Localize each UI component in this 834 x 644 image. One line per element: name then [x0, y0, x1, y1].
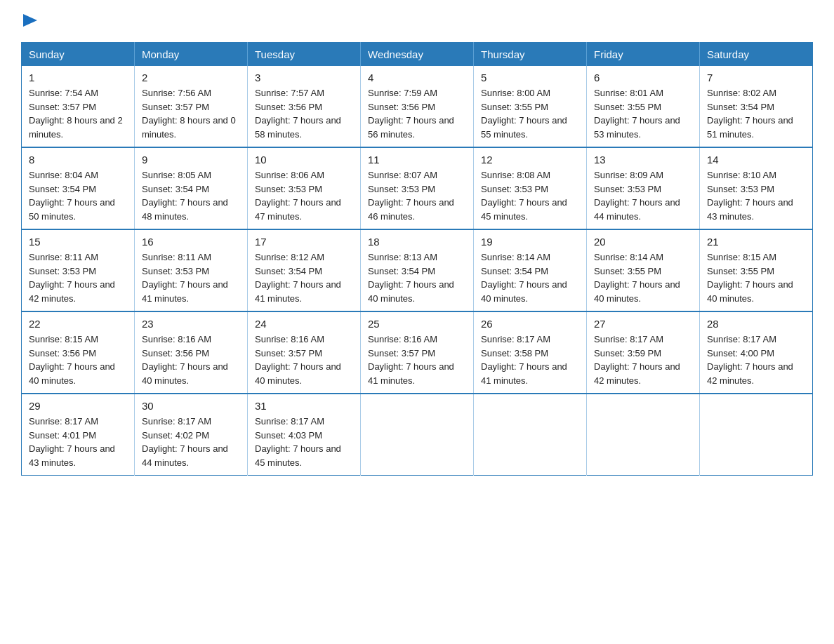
- day-number: 6: [594, 72, 692, 83]
- day-number: 5: [481, 72, 579, 83]
- calendar-cell: 2 Sunrise: 7:56 AMSunset: 3:57 PMDayligh…: [135, 66, 248, 147]
- day-info: Sunrise: 8:04 AMSunset: 3:54 PMDaylight:…: [29, 170, 115, 222]
- day-info: Sunrise: 8:16 AMSunset: 3:57 PMDaylight:…: [368, 334, 454, 386]
- calendar-cell: [700, 394, 813, 476]
- day-number: 24: [255, 318, 353, 330]
- calendar-cell: 24 Sunrise: 8:16 AMSunset: 3:57 PMDaylig…: [248, 311, 361, 394]
- day-info: Sunrise: 8:17 AMSunset: 3:59 PMDaylight:…: [594, 334, 680, 386]
- day-number: 7: [707, 72, 805, 83]
- calendar-cell: 26 Sunrise: 8:17 AMSunset: 3:58 PMDaylig…: [474, 311, 587, 394]
- day-number: 30: [142, 400, 240, 412]
- calendar-cell: 15 Sunrise: 8:11 AMSunset: 3:53 PMDaylig…: [22, 229, 135, 311]
- day-number: 13: [594, 154, 692, 166]
- day-number: 8: [29, 154, 127, 166]
- calendar-cell: 19 Sunrise: 8:14 AMSunset: 3:54 PMDaylig…: [474, 229, 587, 311]
- calendar-cell: [474, 394, 587, 476]
- logo-arrow-icon: [23, 14, 37, 27]
- day-info: Sunrise: 8:17 AMSunset: 4:01 PMDaylight:…: [29, 416, 115, 468]
- day-number: 10: [255, 154, 353, 166]
- calendar-cell: 27 Sunrise: 8:17 AMSunset: 3:59 PMDaylig…: [587, 311, 700, 394]
- day-info: Sunrise: 8:12 AMSunset: 3:54 PMDaylight:…: [255, 252, 341, 304]
- day-info: Sunrise: 7:56 AMSunset: 3:57 PMDaylight:…: [142, 88, 236, 140]
- header-wednesday: Wednesday: [361, 43, 474, 67]
- day-number: 18: [368, 236, 466, 248]
- header-friday: Friday: [587, 43, 700, 67]
- day-number: 16: [142, 236, 240, 248]
- day-number: 23: [142, 318, 240, 330]
- calendar-cell: 18 Sunrise: 8:13 AMSunset: 3:54 PMDaylig…: [361, 229, 474, 311]
- day-number: 19: [481, 236, 579, 248]
- day-info: Sunrise: 7:54 AMSunset: 3:57 PMDaylight:…: [29, 88, 123, 140]
- header-row: SundayMondayTuesdayWednesdayThursdayFrid…: [22, 43, 813, 67]
- day-info: Sunrise: 8:17 AMSunset: 4:00 PMDaylight:…: [707, 334, 793, 386]
- day-info: Sunrise: 8:14 AMSunset: 3:55 PMDaylight:…: [594, 252, 680, 304]
- day-number: 12: [481, 154, 579, 166]
- calendar-cell: 21 Sunrise: 8:15 AMSunset: 3:55 PMDaylig…: [700, 229, 813, 311]
- week-row-1: 1 Sunrise: 7:54 AMSunset: 3:57 PMDayligh…: [22, 66, 813, 147]
- day-number: 25: [368, 318, 466, 330]
- day-number: 14: [707, 154, 805, 166]
- calendar-cell: 9 Sunrise: 8:05 AMSunset: 3:54 PMDayligh…: [135, 147, 248, 229]
- calendar-cell: 12 Sunrise: 8:08 AMSunset: 3:53 PMDaylig…: [474, 147, 587, 229]
- calendar-cell: 20 Sunrise: 8:14 AMSunset: 3:55 PMDaylig…: [587, 229, 700, 311]
- day-number: 26: [481, 318, 579, 330]
- day-number: 17: [255, 236, 353, 248]
- day-info: Sunrise: 8:13 AMSunset: 3:54 PMDaylight:…: [368, 252, 454, 304]
- calendar-cell: 6 Sunrise: 8:01 AMSunset: 3:55 PMDayligh…: [587, 66, 700, 147]
- svg-marker-0: [23, 14, 37, 27]
- logo: [21, 14, 37, 28]
- calendar-cell: 11 Sunrise: 8:07 AMSunset: 3:53 PMDaylig…: [361, 147, 474, 229]
- calendar-cell: [361, 394, 474, 476]
- calendar-cell: 16 Sunrise: 8:11 AMSunset: 3:53 PMDaylig…: [135, 229, 248, 311]
- calendar-cell: 22 Sunrise: 8:15 AMSunset: 3:56 PMDaylig…: [22, 311, 135, 394]
- day-info: Sunrise: 8:14 AMSunset: 3:54 PMDaylight:…: [481, 252, 567, 304]
- calendar-cell: 25 Sunrise: 8:16 AMSunset: 3:57 PMDaylig…: [361, 311, 474, 394]
- day-number: 11: [368, 154, 466, 166]
- day-number: 20: [594, 236, 692, 248]
- calendar-cell: 23 Sunrise: 8:16 AMSunset: 3:56 PMDaylig…: [135, 311, 248, 394]
- header-thursday: Thursday: [474, 43, 587, 67]
- calendar-cell: 4 Sunrise: 7:59 AMSunset: 3:56 PMDayligh…: [361, 66, 474, 147]
- header-saturday: Saturday: [700, 43, 813, 67]
- header: [21, 14, 813, 28]
- calendar-cell: 10 Sunrise: 8:06 AMSunset: 3:53 PMDaylig…: [248, 147, 361, 229]
- day-info: Sunrise: 8:02 AMSunset: 3:54 PMDaylight:…: [707, 88, 793, 140]
- calendar-cell: 29 Sunrise: 8:17 AMSunset: 4:01 PMDaylig…: [22, 394, 135, 476]
- week-row-4: 22 Sunrise: 8:15 AMSunset: 3:56 PMDaylig…: [22, 311, 813, 394]
- day-number: 28: [707, 318, 805, 330]
- day-number: 21: [707, 236, 805, 248]
- day-info: Sunrise: 8:15 AMSunset: 3:55 PMDaylight:…: [707, 252, 793, 304]
- week-row-3: 15 Sunrise: 8:11 AMSunset: 3:53 PMDaylig…: [22, 229, 813, 311]
- day-info: Sunrise: 8:17 AMSunset: 4:03 PMDaylight:…: [255, 416, 341, 468]
- day-info: Sunrise: 8:00 AMSunset: 3:55 PMDaylight:…: [481, 88, 567, 140]
- day-info: Sunrise: 8:16 AMSunset: 3:57 PMDaylight:…: [255, 334, 341, 386]
- calendar-cell: 28 Sunrise: 8:17 AMSunset: 4:00 PMDaylig…: [700, 311, 813, 394]
- day-number: 15: [29, 236, 127, 248]
- header-tuesday: Tuesday: [248, 43, 361, 67]
- day-info: Sunrise: 8:01 AMSunset: 3:55 PMDaylight:…: [594, 88, 680, 140]
- header-monday: Monday: [135, 43, 248, 67]
- day-info: Sunrise: 8:15 AMSunset: 3:56 PMDaylight:…: [29, 334, 115, 386]
- day-number: 29: [29, 400, 127, 412]
- day-info: Sunrise: 8:07 AMSunset: 3:53 PMDaylight:…: [368, 170, 454, 222]
- calendar-cell: 13 Sunrise: 8:09 AMSunset: 3:53 PMDaylig…: [587, 147, 700, 229]
- header-sunday: Sunday: [22, 43, 135, 67]
- calendar-cell: 30 Sunrise: 8:17 AMSunset: 4:02 PMDaylig…: [135, 394, 248, 476]
- calendar-cell: [587, 394, 700, 476]
- day-info: Sunrise: 8:06 AMSunset: 3:53 PMDaylight:…: [255, 170, 341, 222]
- day-info: Sunrise: 8:17 AMSunset: 4:02 PMDaylight:…: [142, 416, 228, 468]
- day-info: Sunrise: 8:17 AMSunset: 3:58 PMDaylight:…: [481, 334, 567, 386]
- week-row-5: 29 Sunrise: 8:17 AMSunset: 4:01 PMDaylig…: [22, 394, 813, 476]
- day-number: 22: [29, 318, 127, 330]
- calendar-cell: 8 Sunrise: 8:04 AMSunset: 3:54 PMDayligh…: [22, 147, 135, 229]
- day-info: Sunrise: 8:08 AMSunset: 3:53 PMDaylight:…: [481, 170, 567, 222]
- day-info: Sunrise: 8:11 AMSunset: 3:53 PMDaylight:…: [29, 252, 115, 304]
- calendar-cell: 7 Sunrise: 8:02 AMSunset: 3:54 PMDayligh…: [700, 66, 813, 147]
- calendar-cell: 5 Sunrise: 8:00 AMSunset: 3:55 PMDayligh…: [474, 66, 587, 147]
- day-info: Sunrise: 7:59 AMSunset: 3:56 PMDaylight:…: [368, 88, 454, 140]
- day-number: 3: [255, 72, 353, 83]
- calendar-cell: 14 Sunrise: 8:10 AMSunset: 3:53 PMDaylig…: [700, 147, 813, 229]
- day-info: Sunrise: 7:57 AMSunset: 3:56 PMDaylight:…: [255, 88, 341, 140]
- day-number: 4: [368, 72, 466, 83]
- day-number: 9: [142, 154, 240, 166]
